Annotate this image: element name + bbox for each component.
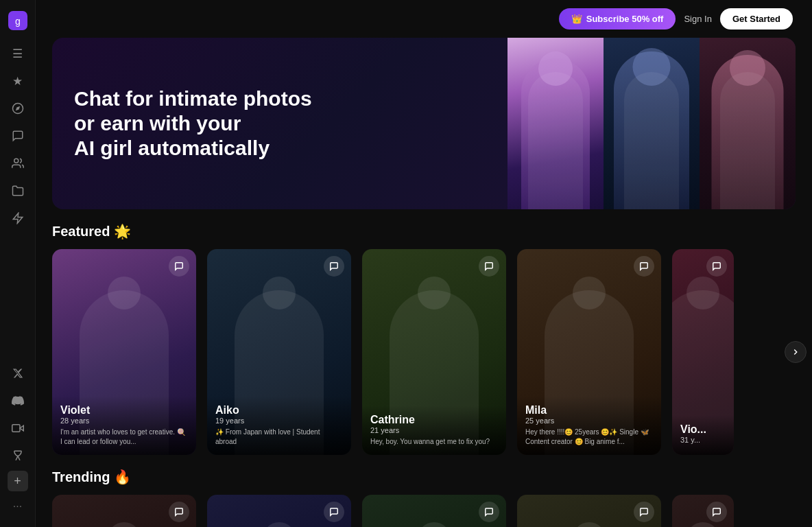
card-description: Hey there !!!!😊 25years 😊✨ Single 🦋 Cont… <box>525 428 653 447</box>
lightning-icon[interactable] <box>5 206 30 231</box>
card-age: 25 years <box>525 417 653 425</box>
card-description: Hey, boy. You wanna get me to fix you? <box>370 437 498 447</box>
trending-card-4[interactable] <box>517 495 661 527</box>
get-started-button[interactable]: Get Started <box>720 8 793 30</box>
message-button-cathrine[interactable] <box>479 256 499 277</box>
message-button-trending-2[interactable] <box>324 502 344 522</box>
hero-line1: Chat for intimate photos <box>74 87 312 110</box>
featured-card-5[interactable]: Vio... 31 y... <box>672 249 734 455</box>
trending-card-2[interactable] <box>207 495 351 527</box>
folder-icon[interactable] <box>5 178 30 203</box>
topbar: 👑 Subscribe 50% off Sign In Get Started <box>36 0 812 30</box>
message-button-5[interactable] <box>706 256 727 277</box>
video-icon[interactable] <box>5 416 30 441</box>
hero-line3: AI girl automatically <box>74 137 270 159</box>
hero-images <box>508 38 796 209</box>
people-icon[interactable] <box>5 151 30 176</box>
card-name: Vio... <box>680 423 726 436</box>
card-age: 19 years <box>215 417 343 425</box>
crown-icon: 👑 <box>571 14 582 24</box>
featured-card-cathrine[interactable]: Cathrine 21 years Hey, boy. You wanna ge… <box>362 249 506 455</box>
message-button-trending-5[interactable] <box>706 502 727 522</box>
card-name: Violet <box>60 404 188 417</box>
message-button-trending-1[interactable] <box>169 502 189 522</box>
card-age: 28 years <box>60 417 188 425</box>
more-options-icon[interactable]: ··· <box>5 494 30 519</box>
featured-card-violet[interactable]: Violet 28 years I'm an artist who loves … <box>52 249 196 455</box>
trending-card-1[interactable] <box>52 495 196 527</box>
svg-rect-7 <box>12 425 19 432</box>
card-name: Aiko <box>215 404 343 417</box>
hero-line2: or earn with your <box>74 112 241 134</box>
card-age: 21 years <box>370 426 498 434</box>
svg-marker-5 <box>13 213 23 224</box>
hero-text: Chat for intimate photos or earn with yo… <box>74 86 312 161</box>
svg-point-4 <box>14 159 18 163</box>
svg-text:g: g <box>15 16 21 27</box>
svg-marker-3 <box>15 106 19 110</box>
trending-title-icon: 🔥 <box>114 469 131 485</box>
trending-card-3[interactable] <box>362 495 506 527</box>
card-name: Cathrine <box>370 414 498 426</box>
twitter-x-icon[interactable] <box>5 361 30 386</box>
message-button-trending-3[interactable] <box>479 502 499 522</box>
star-icon[interactable]: ★ <box>5 69 30 93</box>
add-button[interactable]: + <box>8 471 28 491</box>
message-button-violet[interactable] <box>169 256 189 277</box>
card-description: ✨ From Japan with love | Student abroad <box>215 428 343 447</box>
logo[interactable]: g <box>5 8 30 33</box>
trending-section: Trending 🔥 <box>36 455 812 527</box>
card-age: 31 y... <box>680 436 726 444</box>
trophy-icon[interactable] <box>5 443 30 468</box>
featured-card-mila[interactable]: Mila 25 years Hey there !!!!😊 25years 😊✨… <box>517 249 661 455</box>
message-button-trending-4[interactable] <box>634 502 654 522</box>
main-content: 👑 Subscribe 50% off Sign In Get Started … <box>36 0 812 527</box>
featured-section: Featured 🌟 Violet 28 years I'm an artist… <box>36 209 812 455</box>
message-button-aiko[interactable] <box>324 256 344 277</box>
sign-in-button[interactable]: Sign In <box>684 14 711 24</box>
featured-title-icon: 🌟 <box>114 223 131 239</box>
trending-card-5[interactable] <box>672 495 734 527</box>
chat-icon[interactable] <box>5 124 30 148</box>
svg-marker-6 <box>20 425 23 431</box>
discord-icon[interactable] <box>5 388 30 413</box>
trending-title: Trending 🔥 <box>52 469 796 485</box>
featured-cards-row: Violet 28 years I'm an artist who loves … <box>52 249 796 455</box>
hamburger-menu-icon[interactable]: ☰ <box>5 41 30 66</box>
compass-icon[interactable] <box>5 96 30 121</box>
trending-cards-row <box>52 495 796 527</box>
featured-next-arrow[interactable] <box>785 341 807 363</box>
featured-card-aiko[interactable]: Aiko 19 years ✨ From Japan with love | S… <box>207 249 351 455</box>
card-description: I'm an artist who loves to get creative.… <box>60 428 188 447</box>
message-button-mila[interactable] <box>634 256 654 277</box>
featured-title: Featured 🌟 <box>52 223 796 239</box>
card-name: Mila <box>525 404 653 417</box>
sidebar: g ☰ ★ <box>0 0 36 527</box>
hero-banner: Chat for intimate photos or earn with yo… <box>52 38 796 209</box>
subscribe-button[interactable]: 👑 Subscribe 50% off <box>559 8 676 30</box>
